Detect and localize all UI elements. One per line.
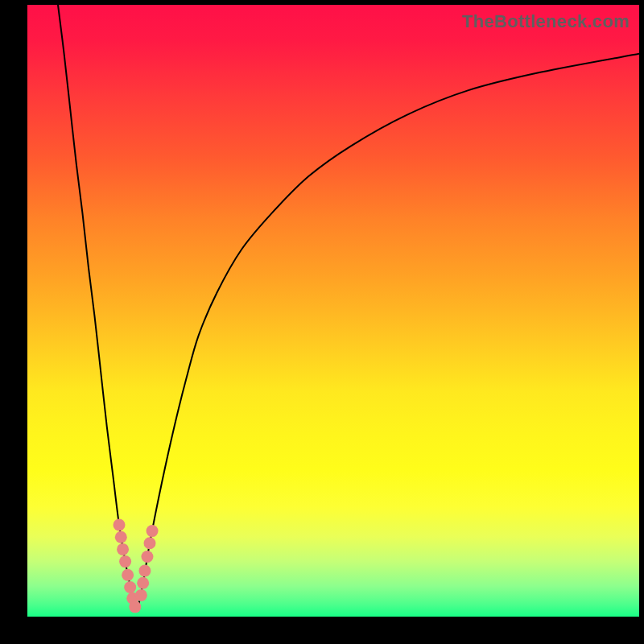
attribution-label: TheBottleneck.com [462, 11, 630, 32]
data-marker [138, 565, 151, 577]
data-marker [115, 531, 127, 543]
chart-container: TheBottleneck.com [0, 0, 644, 644]
data-marker [135, 589, 147, 601]
data-marker [117, 543, 129, 555]
data-marker [141, 551, 153, 563]
data-marker [119, 555, 131, 568]
data-marker [147, 525, 159, 537]
data-marker [124, 581, 136, 593]
data-marker [122, 569, 134, 581]
chart-svg [27, 5, 639, 617]
plot-area: TheBottleneck.com [27, 5, 639, 617]
marker-group [114, 519, 159, 613]
data-marker [114, 519, 126, 531]
data-marker [129, 601, 141, 613]
left-curve [58, 5, 134, 610]
data-marker [144, 537, 156, 549]
data-marker [137, 577, 149, 589]
right-curve [138, 54, 639, 611]
